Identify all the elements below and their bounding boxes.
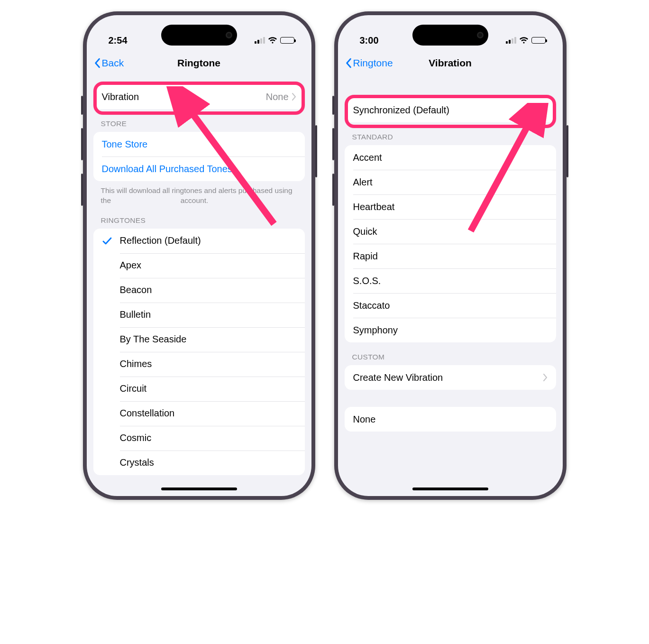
row-label: Beacon	[120, 285, 152, 295]
side-buttons-left	[81, 96, 83, 219]
custom-group: Create New Vibration	[345, 365, 556, 390]
row-label: Chimes	[120, 359, 152, 369]
back-label: Ringtone	[353, 57, 393, 69]
row-label: Download All Purchased Tones	[102, 164, 232, 175]
default-group: Synchronized (Default)	[345, 98, 556, 122]
row-label: Circuit	[120, 383, 147, 394]
row-label: Crystals	[120, 457, 154, 468]
row-label: Accent	[353, 152, 382, 163]
vibration-row[interactable]: Quick	[345, 219, 556, 244]
dynamic-island	[161, 25, 237, 46]
vibration-row[interactable]: Heartbeat	[345, 194, 556, 219]
content: Synchronized (Default) STANDARD AccentAl…	[338, 77, 563, 494]
ringtone-row[interactable]: Cosmic	[93, 426, 305, 451]
nav-header: Ringtone Vibration	[338, 52, 563, 77]
vibration-row[interactable]: Alert	[345, 170, 556, 194]
battery-icon	[531, 37, 546, 44]
chevron-right-icon	[292, 93, 296, 101]
row-label: Constellation	[120, 408, 175, 419]
nav-header: Back Ringtone	[87, 52, 311, 77]
side-button-right	[315, 125, 317, 177]
vibration-row[interactable]: Accent	[345, 145, 556, 170]
none-group: None	[345, 407, 556, 432]
row-label: Cosmic	[120, 432, 152, 443]
row-label: Quick	[353, 226, 377, 237]
cellular-icon	[506, 37, 516, 44]
wifi-icon	[268, 37, 277, 44]
row-label: Tone Store	[102, 139, 148, 150]
side-buttons-left	[332, 96, 334, 219]
vibration-group: Vibration None	[93, 84, 305, 109]
custom-header: CUSTOM	[338, 342, 563, 365]
status-time: 3:00	[360, 35, 379, 46]
battery-icon	[280, 37, 294, 44]
store-footer: This will download all ringtones and ale…	[87, 181, 311, 206]
home-indicator	[412, 488, 488, 490]
vibration-row[interactable]: S.O.S.	[345, 268, 556, 293]
store-group: Tone Store Download All Purchased Tones	[93, 132, 305, 181]
ringtone-row[interactable]: Apex	[93, 253, 305, 278]
checkmark-icon	[537, 105, 548, 115]
ringtones-group: Reflection (Default)ApexBeaconBulletinBy…	[93, 229, 305, 475]
cellular-icon	[255, 37, 265, 44]
vibration-row[interactable]: Staccato	[345, 293, 556, 318]
row-label: Alert	[353, 177, 373, 188]
phone-left: 2:54 Back Ringtone Vibration None	[83, 11, 315, 500]
ringtone-row[interactable]: Bulletin	[93, 303, 305, 327]
row-label: S.O.S.	[353, 276, 381, 286]
ringtone-row[interactable]: Beacon	[93, 278, 305, 303]
checkmark-icon	[102, 236, 112, 246]
ringtone-row[interactable]: Chimes	[93, 352, 305, 377]
vibration-row[interactable]: Vibration None	[93, 84, 305, 109]
wifi-icon	[519, 37, 529, 44]
row-label: Rapid	[353, 251, 378, 262]
standard-group: AccentAlertHeartbeatQuickRapidS.O.S.Stac…	[345, 145, 556, 342]
ringtone-row[interactable]: Reflection (Default)	[93, 229, 305, 253]
back-label: Back	[102, 57, 124, 69]
ringtone-row[interactable]: By The Seaside	[93, 327, 305, 352]
row-label: Synchronized (Default)	[353, 105, 449, 116]
dynamic-island	[412, 25, 488, 46]
row-label: Symphony	[353, 325, 398, 336]
vibration-label: Vibration	[102, 92, 139, 102]
download-all-row[interactable]: Download All Purchased Tones	[93, 156, 305, 181]
row-label: Heartbeat	[353, 202, 395, 212]
back-button[interactable]: Back	[93, 57, 124, 69]
ringtone-row[interactable]: Circuit	[93, 377, 305, 401]
chevron-left-icon	[93, 58, 101, 68]
synchronized-default-row[interactable]: Synchronized (Default)	[345, 98, 556, 122]
back-button[interactable]: Ringtone	[345, 57, 393, 69]
side-button-right	[567, 125, 568, 177]
home-indicator	[161, 488, 237, 490]
none-row[interactable]: None	[345, 407, 556, 432]
tone-store-row[interactable]: Tone Store	[93, 132, 305, 156]
ringtone-row[interactable]: Crystals	[93, 451, 305, 475]
create-new-vibration-row[interactable]: Create New Vibration	[345, 365, 556, 390]
vibration-row[interactable]: Rapid	[345, 244, 556, 268]
row-label: Staccato	[353, 300, 390, 311]
ringtones-header: RINGTONES	[87, 206, 311, 229]
vibration-value: None	[266, 92, 289, 102]
row-label: Create New Vibration	[353, 372, 443, 383]
vibration-row[interactable]: Symphony	[345, 318, 556, 342]
ringtone-row[interactable]: Constellation	[93, 401, 305, 426]
phone-right: 3:00 Ringtone Vibration Synchronized (De…	[334, 11, 567, 500]
chevron-left-icon	[345, 58, 352, 68]
row-label: None	[353, 414, 376, 425]
chevron-right-icon	[543, 374, 548, 381]
row-label: By The Seaside	[120, 334, 187, 345]
standard-header: STANDARD	[338, 122, 563, 145]
status-time: 2:54	[109, 35, 128, 46]
store-header: STORE	[87, 109, 311, 132]
row-label: Bulletin	[120, 309, 151, 320]
content: Vibration None STORE Tone Store Download…	[87, 77, 311, 494]
row-label: Reflection (Default)	[120, 235, 201, 246]
row-label: Apex	[120, 260, 142, 271]
